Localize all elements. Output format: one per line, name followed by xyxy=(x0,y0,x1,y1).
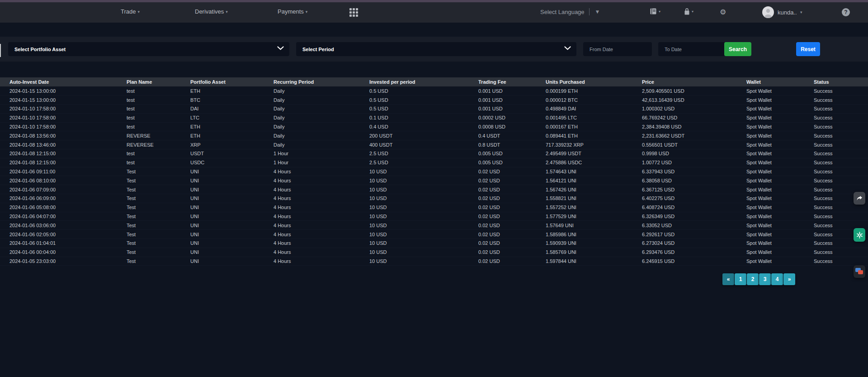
table-cell: Spot Wallet xyxy=(746,194,814,203)
apps-grid-icon[interactable] xyxy=(349,8,359,17)
table-cell: 1.57649 UNI xyxy=(546,221,642,230)
table-cell: 2024-01-06 03:06:00 xyxy=(0,221,127,230)
table-cell: 6.408724 USD xyxy=(642,203,746,212)
table-cell: BTC xyxy=(190,95,274,105)
pagination-next-button[interactable]: » xyxy=(783,273,795,285)
portfolio-asset-select[interactable]: Select Portfolio Asset xyxy=(8,42,289,56)
from-date-input[interactable] xyxy=(583,42,652,56)
nav-item-trade[interactable]: Trade▾ xyxy=(121,8,140,15)
top-nav: Trade▾ Derivatives▾ Payments▾ Select Lan… xyxy=(0,2,868,23)
table-header: Auto-Invest DatePlan NamePortfolio Asset… xyxy=(0,77,868,86)
table-cell: 1 Hour xyxy=(274,149,369,158)
ai-assistant-icon xyxy=(856,231,863,239)
table-cell: 2,231.63662 USDT xyxy=(642,131,746,140)
left-edge-artifact xyxy=(0,44,1,57)
pagination-prev-button[interactable]: « xyxy=(722,273,734,285)
settings-button[interactable]: ⚙ xyxy=(720,8,726,16)
table-cell: 2024-01-08 13:46:00 xyxy=(0,140,127,149)
table-cell: 10 USD xyxy=(369,212,478,221)
table-cell: 6.38058 USD xyxy=(642,176,746,185)
column-header: Recurring Period xyxy=(274,77,369,86)
table-cell: 10 USD xyxy=(369,176,478,185)
table-cell: 66.769242 USD xyxy=(642,113,746,122)
table-row: 2024-01-10 17:58:00testLTCDaily0.1 USD0.… xyxy=(0,113,868,122)
table-cell: 0.02 USD xyxy=(478,203,546,212)
table-row: 2024-01-10 17:58:00testDAIDaily0.5 USD0.… xyxy=(0,105,868,114)
table-cell: REVERESE xyxy=(127,140,190,149)
table-cell: 10 USD xyxy=(369,230,478,239)
table-cell: Spot Wallet xyxy=(746,203,814,212)
table-cell: Success xyxy=(814,140,868,149)
table-cell: 2,384.39408 USD xyxy=(642,122,746,131)
table-row: 2024-01-06 01:04:01TestUNI4 Hours10 USD0… xyxy=(0,239,868,248)
table-cell: 2024-01-05 23:03:00 xyxy=(0,257,127,266)
table-cell: UNI xyxy=(190,203,274,212)
column-header: Units Purchased xyxy=(546,77,642,86)
table-cell: DAI xyxy=(190,105,274,114)
search-button[interactable]: Search xyxy=(724,42,751,56)
table-cell: 0.001 USD xyxy=(478,95,546,105)
to-date-input[interactable] xyxy=(658,42,725,56)
column-header: Trading Fee xyxy=(478,77,546,86)
table-cell: 2024-01-06 09:11:00 xyxy=(0,167,127,176)
security-lock-menu[interactable]: ▾ xyxy=(684,7,693,16)
table-cell: 0.005 USD xyxy=(478,158,546,167)
table-row: 2024-01-06 07:09:00TestUNI4 Hours10 USD0… xyxy=(0,185,868,194)
pagination-page-1[interactable]: 1 xyxy=(735,273,746,285)
table-cell: Success xyxy=(814,257,868,266)
table-row: 2024-01-06 00:04:00TestUNI4 Hours10 USD0… xyxy=(0,248,868,257)
user-avatar[interactable] xyxy=(762,6,774,18)
table-cell: Spot Wallet xyxy=(746,105,814,114)
share-forward-button[interactable] xyxy=(854,192,865,205)
orders-book-menu[interactable]: ▾ xyxy=(650,7,660,16)
nav-item-payments[interactable]: Payments▾ xyxy=(278,8,307,15)
table-cell: 10 USD xyxy=(369,185,478,194)
table-cell: Test xyxy=(127,230,190,239)
column-header: Status xyxy=(814,77,868,86)
table-cell: 4 Hours xyxy=(274,167,369,176)
table-cell: Test xyxy=(127,257,190,266)
table-cell: ETH xyxy=(190,86,274,95)
table-cell: UNI xyxy=(190,221,274,230)
table-cell: REVERSE xyxy=(127,131,190,140)
table-cell: 0.8 USDT xyxy=(478,140,546,149)
table-cell: 6.33052 USD xyxy=(642,221,746,230)
table-cell: 6.367125 USD xyxy=(642,185,746,194)
table-cell: Spot Wallet xyxy=(746,95,814,105)
table-cell: 0.556501 USDT xyxy=(642,140,746,149)
pagination-page-2[interactable]: 2 xyxy=(747,273,759,285)
nav-item-derivatives[interactable]: Derivatives▾ xyxy=(195,8,228,15)
table-cell: UNI xyxy=(190,167,274,176)
chat-widget-button[interactable] xyxy=(854,265,865,278)
table-cell: Success xyxy=(814,86,868,95)
table-cell: 4 Hours xyxy=(274,257,369,266)
ai-assistant-button[interactable] xyxy=(854,228,865,242)
table-cell: 0.9998 USD xyxy=(642,149,746,158)
pagination-page-3[interactable]: 3 xyxy=(759,273,771,285)
table-row: 2024-01-06 08:10:00TestUNI4 Hours10 USD0… xyxy=(0,176,868,185)
table-row: 2024-01-15 13:00:00testBTCDaily0.5 USD0.… xyxy=(0,95,868,105)
help-button[interactable]: ? xyxy=(842,8,850,16)
user-menu[interactable]: kunda.. xyxy=(778,9,797,16)
table-cell: 1.000302 USD xyxy=(642,105,746,114)
nav-item-label: Trade xyxy=(121,8,136,15)
column-header: Plan Name xyxy=(127,77,190,86)
period-select[interactable]: Select Period xyxy=(296,42,576,56)
table-cell: 0.02 USD xyxy=(478,221,546,230)
table-cell: Success xyxy=(814,167,868,176)
language-selector[interactable]: Select Language ▼ xyxy=(540,8,600,15)
table-cell: 0.02 USD xyxy=(478,185,546,194)
table-cell: Spot Wallet xyxy=(746,158,814,167)
table-cell: Spot Wallet xyxy=(746,86,814,95)
reset-button[interactable]: Reset xyxy=(796,42,820,56)
table-row: 2024-01-10 17:58:00testETHDaily0.4 USD0.… xyxy=(0,122,868,131)
table-cell: Success xyxy=(814,113,868,122)
pagination-page-4[interactable]: 4 xyxy=(771,273,783,285)
table-cell: 0.5 USD xyxy=(369,105,478,114)
table-cell: 10 USD xyxy=(369,194,478,203)
table-cell: Daily xyxy=(274,86,369,95)
table-cell: Test xyxy=(127,221,190,230)
table-cell: Spot Wallet xyxy=(746,122,814,131)
select-language-label: Select Language xyxy=(540,9,585,15)
table-cell: Daily xyxy=(274,95,369,105)
